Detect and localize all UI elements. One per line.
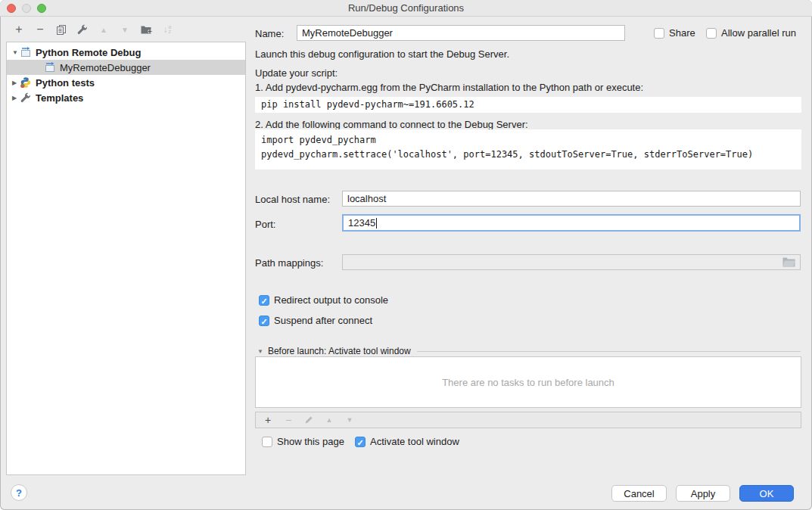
close-button[interactable]: [7, 4, 16, 13]
before-launch-task-list[interactable]: There are no tasks to run before launch: [255, 356, 801, 408]
window-title: Run/Debug Configurations: [348, 2, 464, 14]
show-this-page-label: Show this page: [277, 436, 344, 447]
sort-arrow-icon: ↓: [163, 24, 168, 35]
update-script-text: Update your script:: [255, 67, 338, 79]
code-line: pydevd_pycharm.settrace('localhost', por…: [261, 148, 795, 162]
add-configuration-button[interactable]: +: [13, 23, 25, 36]
step2-text: 2. Add the following command to connect …: [255, 119, 528, 130]
apply-button[interactable]: Apply: [676, 485, 730, 502]
share-checkbox[interactable]: [654, 28, 664, 39]
copy-icon: [55, 23, 67, 36]
new-folder-button[interactable]: [140, 23, 152, 36]
before-launch-empty-text: There are no tasks to run before launch: [442, 377, 614, 388]
tree-item-label: Templates: [36, 92, 83, 104]
ok-button[interactable]: OK: [739, 485, 794, 502]
edit-templates-button[interactable]: [76, 23, 89, 36]
allow-parallel-run-option: Allow parallel run: [706, 27, 796, 39]
run-debug-configurations-dialog: Run/Debug Configurations + − ▲ ▼: [0, 0, 812, 510]
configurations-toolbar: + − ▲ ▼ ↓ az: [13, 23, 173, 36]
path-mappings-input[interactable]: [342, 254, 801, 270]
remote-debug-icon: [44, 61, 56, 73]
suspend-after-connect-checkbox[interactable]: [259, 316, 269, 326]
before-launch-header: ▼ Before launch: Activate tool window: [257, 346, 801, 356]
before-launch-title: Before launch: Activate tool window: [268, 346, 411, 356]
name-label: Name:: [255, 28, 284, 39]
activate-tool-window-checkbox[interactable]: [355, 437, 366, 447]
python-tests-icon: [20, 76, 32, 89]
share-option: Share: [654, 27, 695, 39]
intro-text: Launch this debug configuration to start…: [255, 48, 509, 60]
move-task-down-button[interactable]: ▼: [344, 414, 355, 426]
port-value: 12345: [348, 217, 375, 229]
before-launch-twisty-icon[interactable]: ▼: [257, 348, 263, 355]
local-host-name-label: Local host name:: [255, 194, 330, 205]
wrench-icon: [20, 92, 32, 104]
sort-az-icon: az: [169, 25, 172, 34]
show-this-page-checkbox[interactable]: [262, 437, 272, 447]
help-button[interactable]: ?: [11, 484, 27, 501]
settrace-code-block: import pydevd_pycharm pydevd_pycharm.set…: [255, 129, 801, 169]
tree-item-myremotedebugger[interactable]: MyRemoteDebugger: [7, 60, 245, 75]
down-triangle-icon: ▼: [347, 416, 353, 424]
code-line: import pydevd_pycharm: [261, 133, 795, 148]
tree-item-templates[interactable]: ▶ Templates: [7, 90, 245, 105]
local-host-name-input[interactable]: localhost: [342, 191, 801, 207]
edit-task-button[interactable]: [303, 414, 314, 426]
zoom-button[interactable]: [37, 4, 46, 13]
move-down-button[interactable]: ▼: [119, 23, 131, 36]
show-this-page-option: Show this page: [262, 436, 344, 447]
allow-parallel-run-checkbox[interactable]: [706, 28, 717, 39]
expanded-twisty-icon[interactable]: ▼: [7, 49, 17, 56]
suspend-after-connect-label: Suspend after connect: [274, 315, 372, 326]
minimize-button: [22, 4, 31, 13]
name-value: MyRemoteDebugger: [302, 27, 393, 39]
allow-parallel-run-label: Allow parallel run: [721, 27, 796, 39]
before-launch-toolbar: + − ▲ ▼: [255, 412, 801, 428]
up-triangle-icon: ▲: [326, 416, 333, 424]
tree-item-python-remote-debug[interactable]: ▼ Python Remote Debug: [7, 45, 245, 60]
name-input[interactable]: MyRemoteDebugger: [297, 25, 625, 41]
add-task-button[interactable]: +: [263, 414, 273, 426]
move-up-button[interactable]: ▲: [98, 23, 110, 36]
tree-item-label: Python Remote Debug: [36, 47, 141, 58]
path-mappings-label: Path mappings:: [255, 257, 323, 269]
code-line: pip install pydevd-pycharm~=191.6605.12: [261, 98, 795, 111]
text-caret: [376, 218, 377, 229]
remove-task-button[interactable]: −: [283, 414, 294, 426]
folder-icon: [782, 257, 795, 267]
configurations-tree: ▼ Python Remote Debug MyRemoteDebugger: [6, 42, 246, 475]
cancel-button[interactable]: Cancel: [611, 485, 667, 502]
redirect-output-option: Redirect output to console: [259, 294, 388, 306]
tree-item-label: MyRemoteDebugger: [60, 62, 151, 73]
activate-tool-window-label: Activate tool window: [370, 436, 459, 447]
collapsed-twisty-icon[interactable]: ▶: [7, 79, 17, 86]
question-icon: ?: [16, 487, 22, 499]
redirect-output-checkbox[interactable]: [259, 295, 269, 306]
move-task-up-button[interactable]: ▲: [324, 414, 334, 426]
port-label: Port:: [255, 219, 275, 230]
suspend-after-connect-option: Suspend after connect: [259, 315, 372, 326]
browse-button[interactable]: [782, 257, 795, 267]
activate-tool-window-option: Activate tool window: [355, 436, 459, 447]
up-triangle-icon: ▲: [100, 26, 107, 34]
tree-item-python-tests[interactable]: ▶ Python tests: [7, 75, 245, 90]
copy-configuration-button[interactable]: [55, 23, 67, 36]
wrench-icon: [76, 23, 89, 36]
collapsed-twisty-icon[interactable]: ▶: [7, 95, 17, 101]
step1-text: 1. Add pydevd-pycharm.egg from the PyCha…: [255, 82, 643, 93]
tree-item-label: Python tests: [36, 77, 95, 89]
pencil-icon: [303, 415, 314, 425]
sort-configurations-button[interactable]: ↓ az: [161, 23, 173, 36]
down-triangle-icon: ▼: [121, 26, 129, 34]
before-launch-divider: [417, 351, 801, 352]
folder-plus-icon: [140, 23, 152, 36]
pip-install-code-block: pip install pydevd-pycharm~=191.6605.12: [255, 97, 801, 113]
remote-debug-icon: [20, 46, 32, 58]
remove-configuration-button[interactable]: −: [34, 23, 46, 36]
title-bar: Run/Debug Configurations: [0, 0, 812, 17]
share-label: Share: [669, 27, 695, 39]
local-host-name-value: localhost: [347, 193, 386, 204]
redirect-output-label: Redirect output to console: [274, 294, 388, 306]
port-input[interactable]: 12345: [342, 214, 801, 232]
